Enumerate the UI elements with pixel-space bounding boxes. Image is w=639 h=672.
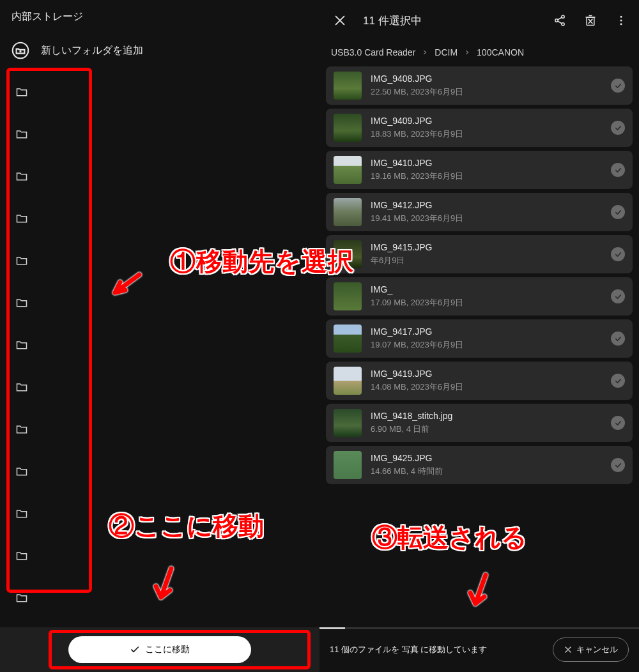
file-row[interactable]: IMG_9415.JPG年6月9日	[326, 235, 633, 273]
file-thumbnail	[334, 282, 362, 310]
share-button[interactable]	[547, 8, 573, 33]
new-folder-row[interactable]: 新しいフォルダを追加	[0, 35, 320, 71]
folder-icon	[15, 128, 28, 141]
file-subtext: 14.08 MB, 2023年6月9日	[371, 381, 602, 393]
svg-point-3	[562, 23, 564, 26]
file-name: IMG_9415.JPG	[371, 242, 602, 252]
file-subtext: 14.66 MB, 4 時間前	[371, 466, 602, 477]
file-row[interactable]: IMG_9425.JPG14.66 MB, 4 時間前	[326, 446, 633, 484]
selected-check-icon[interactable]	[611, 205, 625, 219]
file-thumbnail	[334, 367, 362, 395]
folder-icon	[15, 549, 28, 562]
move-bar: ここに移動	[0, 627, 320, 672]
cancel-button[interactable]: キャンセル	[553, 638, 629, 662]
page-title: 内部ストレージ	[0, 0, 320, 35]
folder-item[interactable]	[15, 366, 320, 408]
file-name: IMG_9410.JPG	[371, 158, 602, 168]
left-pane: 内部ストレージ 新しいフォルダを追加 ここに移動 ②ここに	[0, 0, 320, 672]
folder-icon	[15, 170, 28, 183]
file-row[interactable]: IMG_17.09 MB, 2023年6月9日	[326, 277, 633, 316]
selected-check-icon[interactable]	[611, 332, 625, 346]
file-subtext: 19.16 MB, 2023年6月9日	[371, 171, 602, 182]
svg-point-1	[562, 15, 564, 18]
close-selection-button[interactable]	[325, 5, 355, 36]
folder-icon	[15, 254, 28, 267]
breadcrumb-root[interactable]: USB3.0 Card Reader	[331, 47, 415, 57]
folder-icon	[15, 423, 28, 436]
progress-fill	[320, 627, 345, 629]
folder-item[interactable]	[15, 240, 320, 282]
folder-icon	[15, 381, 28, 393]
folder-item[interactable]	[15, 155, 320, 197]
folder-item[interactable]	[15, 408, 320, 450]
chevron-right-icon	[422, 47, 428, 57]
folder-item[interactable]	[15, 450, 320, 493]
check-icon	[130, 645, 140, 655]
selected-check-icon[interactable]	[611, 121, 625, 135]
new-folder-icon	[12, 42, 29, 59]
file-subtext: 19.41 MB, 2023年6月9日	[371, 213, 602, 224]
annotation-arrow-3	[461, 569, 500, 616]
folder-item[interactable]	[15, 324, 320, 366]
selected-check-icon[interactable]	[611, 79, 625, 93]
file-thumbnail	[334, 198, 362, 226]
transfer-status-text: 11 個のファイルを 写真 に移動しています	[330, 644, 545, 655]
file-meta: IMG_9409.JPG18.83 MB, 2023年6月9日	[371, 116, 602, 140]
breadcrumb-mid[interactable]: DCIM	[435, 47, 458, 57]
selected-check-icon[interactable]	[611, 163, 625, 177]
selected-check-icon[interactable]	[611, 289, 625, 303]
file-name: IMG_9418_stitch.jpg	[371, 411, 602, 421]
right-pane: 11 件選択中 USB3.0 Card Reader	[320, 0, 639, 672]
selected-check-icon[interactable]	[611, 416, 625, 430]
annotation-step3: ③転送される	[372, 520, 527, 555]
file-subtext: 18.83 MB, 2023年6月9日	[371, 128, 602, 140]
file-row[interactable]: IMG_9419.JPG14.08 MB, 2023年6月9日	[326, 362, 633, 400]
file-subtext: 6.90 MB, 4 日前	[371, 424, 602, 435]
file-name: IMG_9412.JPG	[371, 200, 602, 210]
delete-button[interactable]	[578, 8, 603, 33]
file-list: IMG_9408.JPG22.50 MB, 2023年6月9日IMG_9409.…	[320, 66, 639, 484]
folder-item[interactable]	[15, 71, 320, 113]
folder-icon	[15, 296, 28, 309]
file-thumbnail	[334, 409, 362, 437]
selected-check-icon[interactable]	[611, 458, 625, 472]
file-row[interactable]: IMG_9417.JPG19.07 MB, 2023年6月9日	[326, 319, 633, 358]
file-row[interactable]: IMG_9410.JPG19.16 MB, 2023年6月9日	[326, 151, 633, 189]
folder-item[interactable]	[15, 535, 320, 577]
selected-check-icon[interactable]	[611, 374, 625, 388]
close-icon	[564, 645, 573, 654]
close-icon	[333, 13, 347, 27]
file-row[interactable]: IMG_9418_stitch.jpg6.90 MB, 4 日前	[326, 404, 633, 442]
folder-item[interactable]	[15, 577, 320, 619]
chevron-right-icon	[464, 47, 470, 57]
folder-item[interactable]	[15, 197, 320, 240]
selected-check-icon[interactable]	[611, 247, 625, 261]
file-name: IMG_9419.JPG	[371, 369, 602, 379]
file-meta: IMG_9417.JPG19.07 MB, 2023年6月9日	[371, 326, 602, 351]
file-subtext: 19.07 MB, 2023年6月9日	[371, 339, 602, 351]
move-here-button[interactable]: ここに移動	[68, 636, 251, 663]
more-vertical-icon	[615, 14, 627, 27]
folder-icon	[15, 465, 28, 478]
file-name: IMG_9409.JPG	[371, 116, 602, 126]
folder-icon	[15, 592, 28, 604]
folder-item[interactable]	[15, 282, 320, 324]
file-row[interactable]: IMG_9409.JPG18.83 MB, 2023年6月9日	[326, 109, 633, 147]
file-meta: IMG_9412.JPG19.41 MB, 2023年6月9日	[371, 200, 602, 224]
file-thumbnail	[334, 156, 362, 184]
svg-point-0	[13, 43, 29, 59]
transfer-bar: 11 個のファイルを 写真 に移動しています キャンセル	[320, 627, 639, 672]
file-row[interactable]: IMG_9412.JPG19.41 MB, 2023年6月9日	[326, 193, 633, 231]
folder-icon	[15, 86, 28, 98]
breadcrumb-leaf[interactable]: 100CANON	[477, 47, 524, 57]
folder-item[interactable]	[15, 113, 320, 155]
file-thumbnail	[334, 240, 362, 268]
file-name: IMG_9425.JPG	[371, 453, 602, 463]
folder-item[interactable]	[15, 493, 320, 535]
file-meta: IMG_9419.JPG14.08 MB, 2023年6月9日	[371, 369, 602, 393]
svg-point-6	[620, 20, 622, 22]
file-row[interactable]: IMG_9408.JPG22.50 MB, 2023年6月9日	[326, 66, 633, 105]
more-button[interactable]	[608, 8, 634, 33]
folder-icon	[15, 507, 28, 520]
svg-point-2	[555, 19, 558, 22]
